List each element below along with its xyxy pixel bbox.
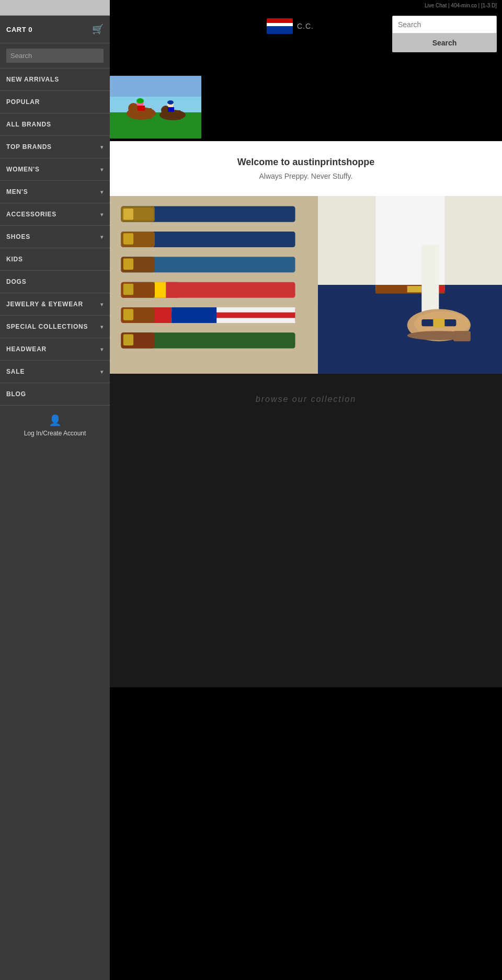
svg-rect-4 <box>147 108 152 119</box>
svg-rect-27 <box>123 259 133 270</box>
svg-rect-40 <box>123 309 133 320</box>
login-button[interactable]: 👤 Log In/Create Account <box>0 406 110 445</box>
svg-rect-11 <box>177 110 180 120</box>
sidebar-item-sale[interactable]: SALE ▾ <box>0 361 110 383</box>
person-icon: 👤 <box>49 414 62 426</box>
svg-rect-57 <box>453 331 470 341</box>
svg-point-8 <box>136 98 144 103</box>
sidebar-item-blog[interactable]: BLOG <box>0 383 110 406</box>
svg-rect-31 <box>155 282 166 298</box>
welcome-section: Welcome to austinprintshoppe Always Prep… <box>110 141 502 196</box>
sidebar-item-accessories[interactable]: ACCESSORIES ▾ <box>0 203 110 226</box>
sidebar-item-mens[interactable]: MEN'S ▾ <box>0 181 110 203</box>
util-info: Live Chat | 404-min.co | [1-3 D] <box>425 3 497 8</box>
cart-bar[interactable]: CART 0 🛒 <box>0 16 110 43</box>
chevron-down-icon: ▾ <box>100 369 104 375</box>
header-search-overlay: Search <box>392 16 497 52</box>
hero-section <box>110 73 502 141</box>
login-label: Log In/Create Account <box>24 430 86 437</box>
svg-rect-21 <box>123 209 133 220</box>
svg-rect-34 <box>123 284 133 295</box>
header-search-button[interactable]: Search <box>392 33 497 52</box>
svg-point-15 <box>167 100 174 105</box>
sidebar-item-jewelry-eyewear[interactable]: JEWELRY & EYEWEAR ▾ <box>0 293 110 316</box>
top-header: Live Chat | 404-min.co | [1-3 D] C.C. Se… <box>110 0 502 73</box>
welcome-title: Welcome to austinprintshoppe <box>120 157 492 168</box>
svg-rect-14 <box>168 107 174 112</box>
header-search-input[interactable] <box>392 16 497 33</box>
sidebar: CART 0 🛒 NEW ARRIVALS POPULAR ALL BRANDS… <box>0 0 110 980</box>
svg-rect-48 <box>407 286 421 292</box>
svg-rect-38 <box>172 307 216 323</box>
sidebar-item-special-collections[interactable]: SPECIAL COLLECTIONS ▾ <box>0 316 110 338</box>
cart-label: CART 0 <box>6 26 32 33</box>
main-content: Live Chat | 404-min.co | [1-3 D] C.C. Se… <box>110 0 502 980</box>
logo-area: C.C. <box>267 18 314 34</box>
belts-image[interactable] <box>110 196 318 374</box>
sidebar-item-womens[interactable]: WOMEN'S ▾ <box>0 158 110 181</box>
chevron-down-icon: ▾ <box>100 347 104 352</box>
svg-rect-7 <box>138 106 145 111</box>
chevron-down-icon: ▾ <box>100 324 104 330</box>
sidebar-item-top-brands[interactable]: TOP BRANDS ▾ <box>0 136 110 158</box>
cart-icon: 🛒 <box>92 24 104 35</box>
logo-flag-icon <box>267 18 293 34</box>
chevron-down-icon: ▾ <box>100 302 104 307</box>
logo-text: C.C. <box>297 22 314 30</box>
chevron-down-icon: ▾ <box>100 212 104 217</box>
svg-rect-43 <box>123 335 133 345</box>
horse-racing-image <box>110 76 201 139</box>
sidebar-item-new-arrivals[interactable]: NEW ARRIVALS <box>0 68 110 91</box>
belts-svg <box>110 196 318 374</box>
shoes-svg <box>318 196 503 374</box>
sidebar-item-all-brands[interactable]: ALL BRANDS <box>0 113 110 136</box>
sidebar-item-headwear[interactable]: HEADWEAR ▾ <box>0 338 110 361</box>
svg-rect-51 <box>421 245 439 314</box>
sidebar-item-popular[interactable]: POPULAR <box>0 91 110 113</box>
chevron-down-icon: ▾ <box>100 234 104 240</box>
shoes-image[interactable] <box>318 196 503 374</box>
sidebar-top-bar <box>0 0 110 16</box>
chevron-down-icon: ▾ <box>100 167 104 172</box>
svg-rect-55 <box>433 318 444 328</box>
svg-rect-16 <box>110 76 201 97</box>
welcome-subtitle: Always Preppy. Never Stuffy. <box>120 172 492 180</box>
sidebar-item-kids[interactable]: KIDS <box>0 248 110 271</box>
sidebar-item-shoes[interactable]: SHOES ▾ <box>0 226 110 248</box>
bottom-tagline: browse our collection <box>256 395 356 404</box>
chevron-down-icon: ▾ <box>100 144 104 150</box>
sidebar-search-bar[interactable] <box>0 43 110 68</box>
bottom-section: browse our collection <box>110 374 502 687</box>
svg-rect-1 <box>110 112 201 139</box>
products-section <box>110 196 502 374</box>
sidebar-item-dogs[interactable]: DOGS <box>0 271 110 293</box>
utility-bar: Live Chat | 404-min.co | [1-3 D] <box>425 3 497 8</box>
svg-rect-24 <box>123 233 133 244</box>
chevron-down-icon: ▾ <box>100 189 104 195</box>
horse-racing-image-inner <box>110 76 201 139</box>
svg-rect-32 <box>166 282 177 298</box>
horse-racing-svg <box>110 76 201 139</box>
sidebar-search-input[interactable] <box>6 49 104 63</box>
